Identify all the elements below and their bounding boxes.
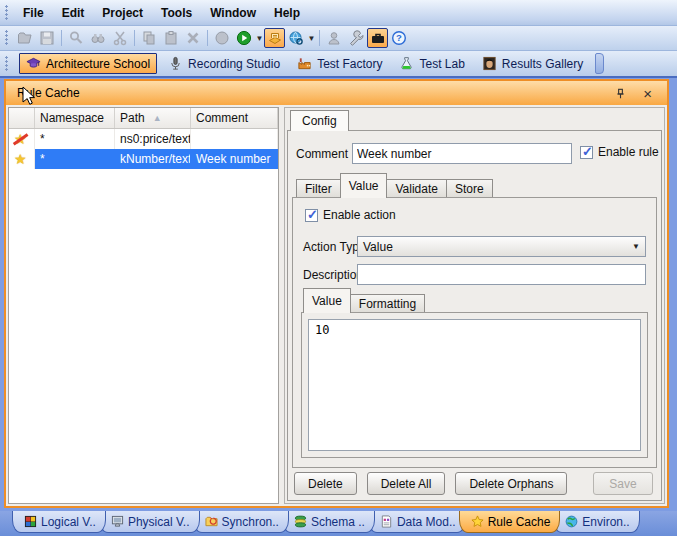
delete-all-button[interactable]: Delete All (367, 472, 446, 495)
run-dropdown-arrow[interactable]: ▼ (255, 34, 264, 43)
menu-project[interactable]: Project (93, 3, 152, 23)
tab-filter[interactable]: Filter (296, 179, 341, 198)
action-type-dropdown[interactable]: Value ▼ (357, 236, 646, 257)
tab-environment[interactable]: Environ.. (553, 511, 639, 533)
tab-config[interactable]: Config (290, 110, 349, 131)
binoculars-icon (90, 30, 106, 46)
toolbar-separator (134, 30, 135, 46)
delete-orphans-button[interactable]: Delete Orphans (455, 472, 567, 495)
microphone-icon (168, 56, 183, 71)
close-icon[interactable]: × (643, 86, 652, 101)
config-content: Comment Enable rule Filter Value Validat… (287, 130, 662, 501)
delete-x-icon (185, 30, 201, 46)
perspective-label: Results Gallery (502, 57, 583, 71)
copy-button[interactable] (138, 28, 160, 49)
pin-icon[interactable] (614, 87, 627, 100)
tab-label: Synchron.. (222, 515, 279, 529)
web-search-button[interactable] (285, 28, 307, 49)
value-tab-content: Enable action Action Type Value ▼ Descri… (292, 197, 657, 468)
perspective-bar-endcap (595, 53, 604, 74)
tab-value[interactable]: Value (340, 173, 388, 198)
column-header-namespace[interactable]: Namespace (35, 108, 115, 128)
monitor-icon (111, 515, 124, 528)
perspective-test-lab[interactable]: Test Lab (393, 54, 470, 73)
tab-editor-value[interactable]: Value (303, 288, 351, 313)
stop-button[interactable] (211, 28, 233, 49)
rule-cache-panel-titlebar[interactable]: Rule Cache × (6, 81, 667, 105)
column-label: Namespace (40, 111, 104, 125)
enable-action-checkbox[interactable]: Enable action (305, 208, 396, 222)
value-editor[interactable] (308, 319, 641, 451)
perspective-results-gallery[interactable]: Results Gallery (476, 54, 589, 73)
menu-help[interactable]: Help (265, 3, 309, 23)
enable-action-label: Enable action (323, 208, 396, 222)
paste-icon (163, 30, 179, 46)
toolbar-grip[interactable] (5, 30, 9, 46)
perspective-recording-studio[interactable]: Recording Studio (162, 54, 286, 73)
value-editor-frame (301, 312, 648, 458)
user-button[interactable] (323, 28, 345, 49)
tab-label: Schema .. (311, 515, 365, 529)
cell-namespace: * (35, 149, 115, 169)
menu-window[interactable]: Window (201, 3, 265, 23)
column-header-icon[interactable] (9, 108, 35, 128)
search-button[interactable] (65, 28, 87, 49)
cut-button[interactable] (109, 28, 131, 49)
checkbox-checked-icon (580, 146, 593, 159)
rules-table-header: Namespace Path▲ Comment (9, 108, 278, 129)
settings-button[interactable] (345, 28, 367, 49)
tab-formatting[interactable]: Formatting (350, 294, 425, 313)
column-header-path[interactable]: Path▲ (115, 108, 191, 128)
run-button[interactable] (233, 28, 255, 49)
description-input[interactable] (357, 264, 646, 285)
perspective-architecture-school[interactable]: Architecture School (19, 53, 157, 74)
description-label: Description (303, 268, 363, 282)
menu-edit[interactable]: Edit (53, 3, 94, 23)
tab-validate[interactable]: Validate (386, 179, 446, 198)
table-row-selected[interactable]: ★ * kNumber/text() Week number (9, 149, 278, 169)
rule-tab-strip: Filter Value Validate Store (296, 173, 492, 198)
menu-file[interactable]: File (14, 3, 53, 23)
checkbox-checked-icon (305, 209, 318, 222)
flask-icon (399, 56, 414, 71)
briefcase-button[interactable] (367, 28, 388, 48)
config-panel: Config Comment Enable rule Filter Value … (284, 107, 665, 504)
perspective-test-factory[interactable]: Test Factory (291, 54, 388, 73)
menubar-grip[interactable] (5, 5, 9, 21)
tab-data-model[interactable]: Data Mod.. (368, 511, 466, 533)
perspective-label: Test Factory (317, 57, 382, 71)
tab-physical-view[interactable]: Physical V.. (99, 511, 200, 533)
star-icon (471, 515, 484, 528)
wrench-icon (348, 30, 364, 46)
run-icon (236, 30, 252, 46)
comment-input[interactable] (352, 143, 572, 164)
delete-button[interactable]: Delete (294, 472, 357, 495)
open-button[interactable] (14, 28, 36, 49)
briefcase-icon (370, 30, 386, 46)
sync-folder-icon (205, 515, 218, 528)
card-file-icon (267, 30, 283, 46)
tab-schema[interactable]: Schema .. (282, 511, 375, 533)
perspective-label: Test Lab (419, 57, 464, 71)
column-header-comment[interactable]: Comment (191, 108, 278, 128)
card-file-button[interactable] (264, 28, 285, 48)
save-button[interactable]: Save (593, 472, 653, 495)
sort-ascending-icon: ▲ (153, 113, 162, 123)
save-button[interactable] (36, 28, 58, 49)
layers-icon (294, 515, 307, 528)
delete-button[interactable] (182, 28, 204, 49)
tab-store[interactable]: Store (446, 179, 493, 198)
toolbar-separator (319, 30, 320, 46)
table-row[interactable]: ★ * ns0:price/text() (9, 129, 278, 149)
tab-rule-cache[interactable]: Rule Cache (459, 511, 561, 533)
find-button[interactable] (87, 28, 109, 49)
paste-button[interactable] (160, 28, 182, 49)
tab-logical-view[interactable]: Logical V.. (12, 511, 106, 533)
web-search-dropdown-arrow[interactable]: ▼ (307, 34, 316, 43)
perspective-bar-grip[interactable] (5, 56, 9, 72)
enable-rule-checkbox[interactable]: Enable rule (580, 145, 659, 159)
help-button[interactable]: ? (388, 28, 410, 49)
menu-tools[interactable]: Tools (152, 3, 201, 23)
menu-bar: File Edit Project Tools Window Help (0, 0, 677, 26)
tab-synchronize[interactable]: Synchron.. (193, 511, 289, 533)
